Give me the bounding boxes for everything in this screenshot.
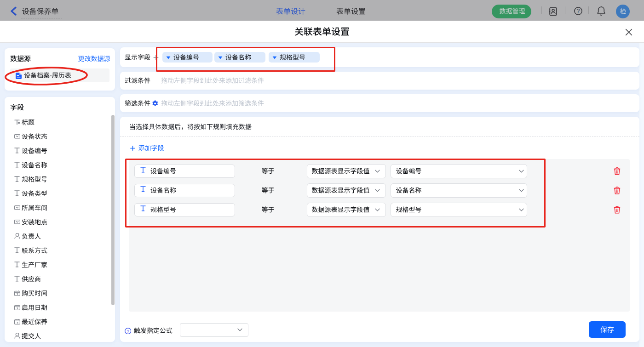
svg-text:?: ?	[577, 8, 580, 14]
svg-text:?: ?	[126, 328, 129, 333]
